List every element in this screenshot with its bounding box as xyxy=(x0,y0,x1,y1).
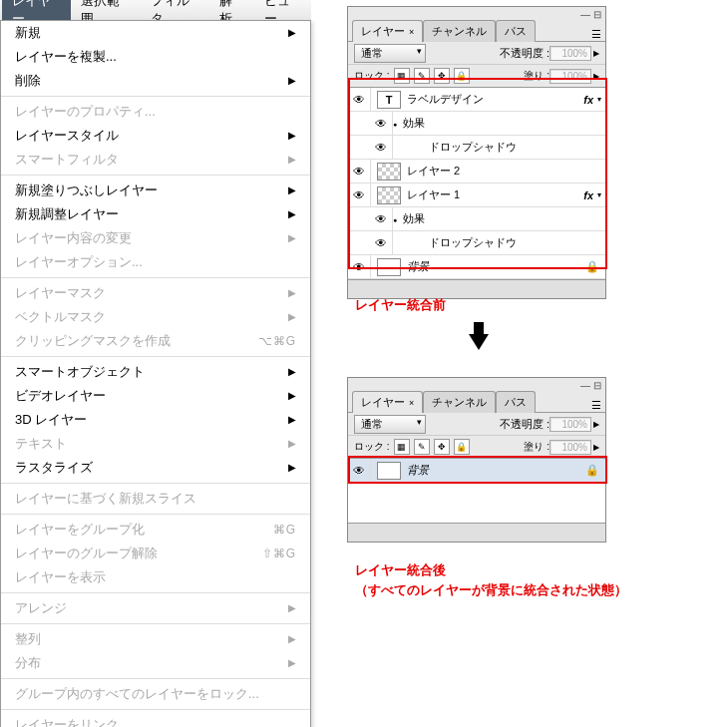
submenu-arrow-icon: ▶ xyxy=(288,182,296,199)
submenu-arrow-icon: ▶ xyxy=(288,411,296,429)
panel-menu-icon[interactable]: ☰ xyxy=(591,28,601,41)
panel-footer xyxy=(348,523,605,542)
menu-smartfilter: スマートフィルタ▶ xyxy=(1,148,310,172)
menu-new[interactable]: 新規▶ xyxy=(1,21,310,45)
menu-slice: レイヤーに基づく新規スライス xyxy=(1,487,310,511)
opacity-label: 不透明度 : xyxy=(500,417,549,432)
submenu-arrow-icon: ▶ xyxy=(288,363,296,381)
menu-newadj[interactable]: 新規調整レイヤー▶ xyxy=(1,202,310,226)
menu-video[interactable]: ビデオレイヤー▶ xyxy=(1,384,310,408)
menu-group: レイヤーをグループ化⌘G xyxy=(1,518,310,542)
submenu-arrow-icon: ▶ xyxy=(288,205,296,223)
submenu-arrow-icon: ▶ xyxy=(288,72,296,90)
tab-layer[interactable]: レイヤー× xyxy=(352,391,423,413)
tab-path[interactable]: パス xyxy=(496,20,536,42)
menu-vmask: ベクトルマスク▶ xyxy=(1,305,310,329)
opacity-field[interactable]: 100% xyxy=(549,417,591,432)
tab-channel[interactable]: チャンネル xyxy=(423,391,496,413)
lock-position-icon[interactable]: ✥ xyxy=(434,439,450,455)
menu-text: テキスト▶ xyxy=(1,432,310,456)
lock-transparency-icon[interactable]: ▦ xyxy=(394,439,410,455)
menu-raster[interactable]: ラスタライズ▶ xyxy=(1,456,310,480)
submenu-arrow-icon: ▶ xyxy=(288,630,296,648)
layer-menu: 新規▶ レイヤーを複製... 削除▶ レイヤーのプロパティ... レイヤースタイ… xyxy=(0,20,311,727)
menu-clipmask: クリッピングマスクを作成⌥⌘G xyxy=(1,329,310,353)
menu-options: レイヤーオプション... xyxy=(1,250,310,274)
submenu-arrow-icon: ▶ xyxy=(288,151,296,169)
panel-menu-icon[interactable]: ☰ xyxy=(591,399,601,412)
menu-lmask: レイヤーマスク▶ xyxy=(1,281,310,305)
menu-properties: レイヤーのプロパティ... xyxy=(1,100,310,124)
menu-arrange: アレンジ▶ xyxy=(1,596,310,620)
submenu-arrow-icon: ▶ xyxy=(288,127,296,145)
lock-paint-icon[interactable]: ✎ xyxy=(414,439,430,455)
submenu-arrow-icon: ▶ xyxy=(288,654,296,672)
submenu-arrow-icon: ▶ xyxy=(288,387,296,405)
menu-delete[interactable]: 削除▶ xyxy=(1,69,310,93)
caption-before: レイヤー統合前 xyxy=(355,295,446,315)
submenu-arrow-icon: ▶ xyxy=(288,24,296,42)
submenu-arrow-icon: ▶ xyxy=(288,284,296,302)
menu-duplicate[interactable]: レイヤーを複製... xyxy=(1,45,310,69)
tab-channel[interactable]: チャンネル xyxy=(423,20,496,42)
blend-mode-select[interactable]: 通常 xyxy=(354,44,426,63)
submenu-arrow-icon: ▶ xyxy=(288,308,296,326)
close-icon[interactable]: ⊟ xyxy=(593,380,601,391)
stepper-icon[interactable]: ▶ xyxy=(593,49,599,58)
opacity-field[interactable]: 100% xyxy=(549,46,591,61)
menu-hide: レイヤーを表示 xyxy=(1,565,310,589)
submenu-arrow-icon: ▶ xyxy=(288,459,296,477)
lock-all-icon[interactable]: 🔒 xyxy=(454,439,470,455)
stepper-icon[interactable]: ▶ xyxy=(593,420,599,429)
menu-newfill[interactable]: 新規塗りつぶしレイヤー▶ xyxy=(1,179,310,202)
tab-layer[interactable]: レイヤー× xyxy=(352,20,423,42)
menu-content: レイヤー内容の変更▶ xyxy=(1,226,310,250)
menubar: レイヤー 選択範囲 フィルタ 解析 ビュー xyxy=(0,0,311,21)
menu-align: 整列▶ xyxy=(1,627,310,651)
empty-area xyxy=(348,483,605,523)
menu-ungroup: レイヤーのグループ解除⇧⌘G xyxy=(1,542,310,565)
menu-dist: 分布▶ xyxy=(1,651,310,675)
stepper-icon[interactable]: ▶ xyxy=(593,443,599,452)
blend-mode-select[interactable]: 通常 xyxy=(354,415,426,434)
tab-close-icon[interactable]: × xyxy=(409,398,414,408)
arrow-down-icon xyxy=(469,334,489,350)
lock-label: ロック : xyxy=(354,440,390,454)
fill-field[interactable]: 100% xyxy=(549,440,591,455)
minimize-icon[interactable]: — xyxy=(580,380,590,391)
caption-after: レイヤー統合後 （すべてのレイヤーが背景に統合された状態） xyxy=(355,560,627,599)
menu-3d[interactable]: 3D レイヤー▶ xyxy=(1,408,310,432)
tab-close-icon[interactable]: × xyxy=(409,27,414,37)
tab-path[interactable]: パス xyxy=(496,391,536,413)
submenu-arrow-icon: ▶ xyxy=(288,229,296,247)
menu-style[interactable]: レイヤースタイル▶ xyxy=(1,124,310,148)
menu-smartobj[interactable]: スマートオブジェクト▶ xyxy=(1,360,310,384)
submenu-arrow-icon: ▶ xyxy=(288,435,296,453)
fill-label: 塗り : xyxy=(524,440,549,454)
opacity-label: 不透明度 : xyxy=(500,46,549,61)
minimize-icon[interactable]: — xyxy=(580,9,590,20)
menu-link: レイヤーをリンク xyxy=(1,713,310,727)
close-icon[interactable]: ⊟ xyxy=(593,9,601,20)
highlight-box-after xyxy=(348,456,607,484)
submenu-arrow-icon: ▶ xyxy=(288,599,296,617)
menu-lockall: グループ内のすべてのレイヤーをロック... xyxy=(1,682,310,706)
highlight-box-before xyxy=(348,78,607,269)
